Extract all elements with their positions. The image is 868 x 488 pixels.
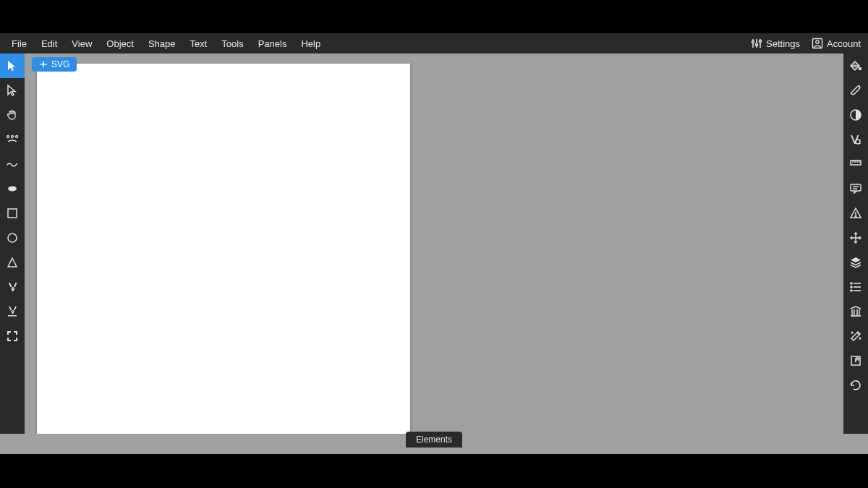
svg-point-5: [760, 40, 762, 43]
menu-file[interactable]: File: [4, 35, 34, 53]
svg-rect-22: [851, 184, 861, 191]
menu-edit[interactable]: Edit: [34, 35, 64, 53]
menu-text[interactable]: Text: [182, 35, 214, 53]
menubar: File Edit View Object Shape Text Tools P…: [0, 33, 868, 53]
undo-icon: [849, 379, 862, 392]
elements-label: Elements: [416, 435, 452, 445]
triangle-tool[interactable]: [0, 250, 25, 275]
menu-view[interactable]: View: [64, 35, 99, 53]
library-icon: [849, 305, 862, 318]
text-underline-icon: [6, 305, 19, 318]
canvas-tab[interactable]: SVG: [32, 57, 77, 72]
pan-tool[interactable]: [0, 103, 25, 127]
select-tool[interactable]: [0, 53, 25, 78]
svg-point-41: [851, 332, 853, 333]
undo-panel[interactable]: [843, 373, 868, 398]
svg-point-13: [8, 234, 17, 242]
move-icon: [849, 231, 862, 244]
menu-right-group: Settings Account: [748, 38, 864, 49]
left-toolbar: [0, 53, 25, 434]
app-container: File Edit View Object Shape Text Tools P…: [0, 33, 868, 454]
fullscreen-icon: [6, 330, 19, 343]
magic-icon: [849, 330, 862, 343]
svg-point-11: [8, 187, 17, 192]
ruler-panel[interactable]: [843, 152, 868, 176]
svg-point-33: [851, 290, 852, 291]
right-toolbar: [843, 53, 868, 434]
fullscreen-tool[interactable]: [0, 324, 25, 348]
menu-left-group: File Edit View Object Shape Text Tools P…: [4, 35, 328, 53]
contrast-panel[interactable]: [843, 103, 868, 127]
stroke-panel[interactable]: [843, 78, 868, 103]
list-icon: [849, 281, 862, 294]
warning-icon: [849, 207, 862, 220]
nodes-tool[interactable]: [0, 127, 25, 152]
svg-point-10: [16, 136, 18, 138]
typography-panel[interactable]: [843, 127, 868, 152]
ruler-icon: [849, 158, 862, 171]
pencil-tool[interactable]: [0, 152, 25, 176]
svg-rect-14: [8, 315, 17, 317]
list-panel[interactable]: [843, 275, 868, 299]
comment-icon: [849, 182, 862, 195]
ellipse-fill-icon: [6, 182, 19, 195]
settings-button[interactable]: Settings: [748, 38, 803, 49]
pencil-icon: [6, 158, 19, 171]
sliders-icon: [751, 38, 762, 49]
svg-point-3: [756, 44, 758, 46]
bottom-bar: Elements: [0, 434, 868, 454]
export-panel[interactable]: [843, 348, 868, 373]
settings-label: Settings: [766, 38, 800, 49]
export-icon: [849, 354, 862, 367]
text-icon: [6, 281, 19, 294]
text-path-tool[interactable]: [0, 299, 25, 324]
svg-point-9: [12, 136, 14, 138]
elements-tab[interactable]: Elements: [406, 432, 462, 448]
account-icon: [812, 38, 823, 49]
brush-tool[interactable]: [0, 176, 25, 201]
svg-point-42: [859, 338, 861, 339]
layers-panel[interactable]: [843, 250, 868, 275]
cursor-outline-icon: [6, 84, 19, 97]
menu-tools[interactable]: Tools: [214, 35, 250, 53]
circle-icon: [6, 231, 19, 244]
rectangle-icon: [6, 207, 19, 220]
fill-panel[interactable]: [843, 53, 868, 78]
svg-point-1: [752, 41, 754, 43]
menu-object[interactable]: Object: [99, 35, 141, 53]
menu-help[interactable]: Help: [294, 35, 328, 53]
effects-panel[interactable]: [843, 324, 868, 348]
nodes-icon: [6, 133, 19, 146]
hand-icon: [6, 108, 19, 121]
move-panel[interactable]: [843, 226, 868, 250]
cursor-icon: [6, 59, 19, 72]
triangle-icon: [6, 256, 19, 269]
contrast-icon: [849, 108, 862, 121]
canvas[interactable]: [37, 64, 410, 434]
comments-panel[interactable]: [843, 176, 868, 201]
account-label: Account: [827, 38, 861, 49]
canvas-tab-label: SVG: [51, 59, 69, 69]
menu-panels[interactable]: Panels: [251, 35, 294, 53]
account-button[interactable]: Account: [809, 38, 864, 49]
direct-select-tool[interactable]: [0, 78, 25, 103]
ellipse-tool[interactable]: [0, 226, 25, 250]
svg-point-29: [851, 283, 852, 284]
main-area: SVG: [0, 53, 868, 434]
svg-point-26: [855, 215, 856, 217]
workspace[interactable]: SVG: [25, 53, 843, 434]
brush-icon: [849, 84, 862, 97]
sparkle-icon: [39, 60, 48, 69]
text-tool[interactable]: [0, 275, 25, 299]
svg-point-15: [859, 68, 861, 70]
library-panel[interactable]: [843, 299, 868, 324]
rectangle-tool[interactable]: [0, 201, 25, 226]
menu-shape[interactable]: Shape: [141, 35, 183, 53]
svg-point-31: [851, 286, 852, 288]
layers-icon: [849, 256, 862, 269]
svg-point-7: [816, 40, 819, 43]
warning-panel[interactable]: [843, 201, 868, 226]
typography-icon: [849, 133, 862, 146]
bucket-icon: [849, 59, 862, 72]
svg-rect-12: [8, 209, 17, 218]
